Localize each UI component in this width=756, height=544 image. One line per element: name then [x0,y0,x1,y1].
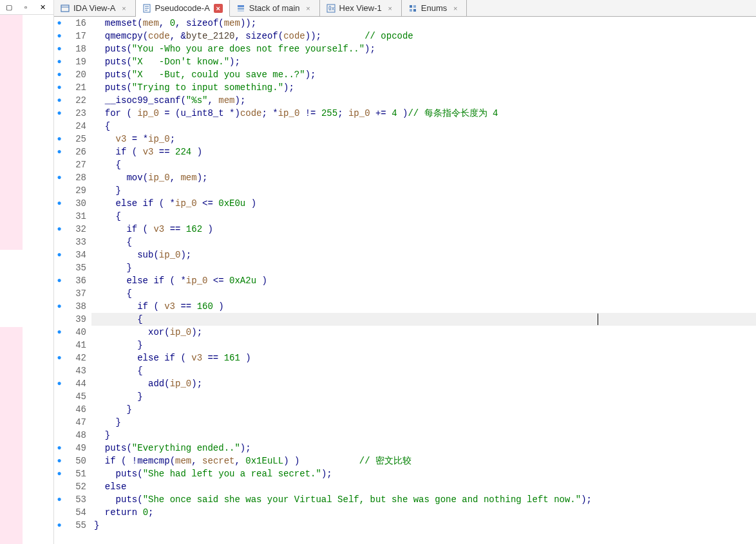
code-token: ) [202,224,213,234]
code-line[interactable]: qmemcpy(code, &byte_2120, sizeof(code));… [91,30,756,42]
code-token: mem [218,95,234,106]
breakpoint-dot[interactable]: ● [54,223,64,236]
breakpoint-dot[interactable]: ● [54,249,64,261]
code-line[interactable]: if ( v3 == 224 ) [91,145,756,158]
code-line[interactable]: puts("Trying to input something."); [91,81,756,94]
code-line[interactable]: for ( ip_0 = (u_int8_t *)code; *ip_0 != … [91,107,756,120]
breakpoint-dot[interactable]: ● [54,81,64,94]
tab-enums[interactable]: Enums× [402,0,467,16]
breakpoint-dot[interactable]: ● [54,171,64,184]
code-line[interactable]: } [91,390,756,403]
toolbar-button-3[interactable]: ✕ [35,1,50,13]
toolbar-button-1[interactable]: ▢ [1,1,17,13]
code-token: ( [126,57,131,67]
breakpoint-dot[interactable]: ● [54,94,64,107]
breakpoint-dot[interactable]: ● [54,519,64,532]
tab-close-button[interactable]: × [214,4,223,13]
code-line[interactable]: mov(ip_0, mem); [91,171,756,184]
code-line[interactable]: puts("X -But, could you save me..?"); [91,68,756,81]
breakpoint-dot[interactable]: ● [54,493,64,506]
line-number: 27 [64,158,86,171]
code-line[interactable]: } [91,519,756,532]
stack-icon [236,4,245,13]
breakpoint-dot[interactable]: ● [54,197,64,210]
code-line[interactable]: } [91,261,756,274]
breakpoint-dot[interactable]: ● [54,352,64,364]
code-line[interactable]: if ( v3 == 160 ) [91,300,756,313]
code-line[interactable]: { [91,313,756,326]
breakpoint-dot[interactable]: ● [54,377,64,390]
code-token: "She once said she was your Virtual Self… [143,494,581,505]
code-token: "Everything ended.." [132,443,240,453]
code-token: } [94,391,143,402]
tab-stack-of-main[interactable]: Stack of main× [230,0,320,16]
breakpoint-dot[interactable]: ● [54,107,64,120]
breakpoint-gutter[interactable]: ●●●●●●●●●●●●●●●●●●●●●●●●●●●●●●●●●●●●●●●● [54,17,64,544]
code-line[interactable]: __isoc99_scanf("%s", mem); [91,94,756,107]
code-token: ( [126,44,131,54]
tab-pseudocode-a[interactable]: Pseudocode-A× [136,0,230,17]
code-line[interactable]: { [91,287,756,300]
tab-close-button[interactable]: × [120,4,129,13]
tab-close-button[interactable]: × [451,4,460,13]
code-line[interactable]: } [91,429,756,442]
code-line[interactable]: } [91,184,756,197]
line-number: 49 [64,442,86,455]
code-line[interactable]: if ( v3 == 162 ) [91,223,756,236]
code-line[interactable]: { [91,364,756,377]
code-line[interactable]: else if ( *ip_0 <= 0xA2u ) [91,274,756,287]
breakpoint-dot[interactable]: ● [54,326,64,339]
code-line[interactable]: else if ( v3 == 161 ) [91,352,756,364]
code-line[interactable]: { [91,236,756,249]
line-number: 26 [64,145,86,158]
breakpoint-dot[interactable]: ● [54,274,64,287]
tab-close-button[interactable]: × [386,4,395,13]
code-line[interactable]: xor(ip_0); [91,326,756,339]
toolbar-button-2[interactable]: ▫ [18,1,33,13]
code-token [94,250,137,260]
code-token: 162 [186,224,202,234]
tab-hex-view-1[interactable]: 0xHex View-1× [320,0,402,16]
code-line[interactable]: else [91,480,756,493]
code-line[interactable]: if ( !memcmp(mem, secret, 0x1EuLL) ) // … [91,455,756,467]
breakpoint-dot[interactable]: ● [54,17,64,30]
breakpoint-dot[interactable]: ● [54,30,64,42]
code-token: ip_0 [186,276,208,286]
code-line[interactable]: puts("She once said she was your Virtual… [91,493,756,506]
breakpoint-dot[interactable]: ● [54,55,64,68]
breakpoint-dot[interactable]: ● [54,42,64,55]
breakpoint-dot[interactable]: ● [54,442,64,455]
code-token [94,494,116,505]
breakpoint-dot[interactable]: ● [54,455,64,467]
code-line[interactable]: puts("Everything ended.."); [91,442,756,455]
code-token: 255 [321,108,337,118]
code-token: ( [278,31,283,41]
breakpoint-dot[interactable]: ● [54,467,64,480]
breakpoint-dot[interactable]: ● [54,145,64,158]
code-line[interactable]: return 0; [91,506,756,519]
code-token: { [94,211,121,221]
code-line[interactable]: add(ip_0); [91,377,756,390]
code-line[interactable]: { [91,120,756,133]
code-line[interactable]: } [91,339,756,352]
code-line[interactable]: puts("You -Who you are does not free you… [91,42,756,55]
svg-rect-11 [410,5,412,8]
code-line[interactable]: } [91,403,756,416]
breakpoint-dot[interactable]: ● [54,300,64,313]
code-line[interactable]: sub(ip_0); [91,249,756,261]
code-line[interactable]: memset(mem, 0, sizeof(mem)); [91,17,756,30]
code-line[interactable]: else if ( *ip_0 <= 0xE0u ) [91,197,756,210]
tab-label: IDA View-A [73,3,116,13]
code-line[interactable]: { [91,210,756,223]
code-line[interactable]: } [91,416,756,429]
code-area[interactable]: ●●●●●●●●●●●●●●●●●●●●●●●●●●●●●●●●●●●●●●●●… [54,17,756,544]
code-body[interactable]: memset(mem, 0, sizeof(mem)); qmemcpy(cod… [91,17,756,544]
breakpoint-dot[interactable]: ● [54,68,64,81]
code-line[interactable]: { [91,158,756,171]
code-line[interactable]: puts("X -Don't know."); [91,55,756,68]
code-line[interactable]: v3 = *ip_0; [91,133,756,145]
code-line[interactable]: puts("She had left you a real secret."); [91,467,756,480]
tab-close-button[interactable]: × [304,4,313,13]
tab-ida-view-a[interactable]: IDA View-A× [54,0,136,16]
breakpoint-dot[interactable]: ● [54,133,64,145]
